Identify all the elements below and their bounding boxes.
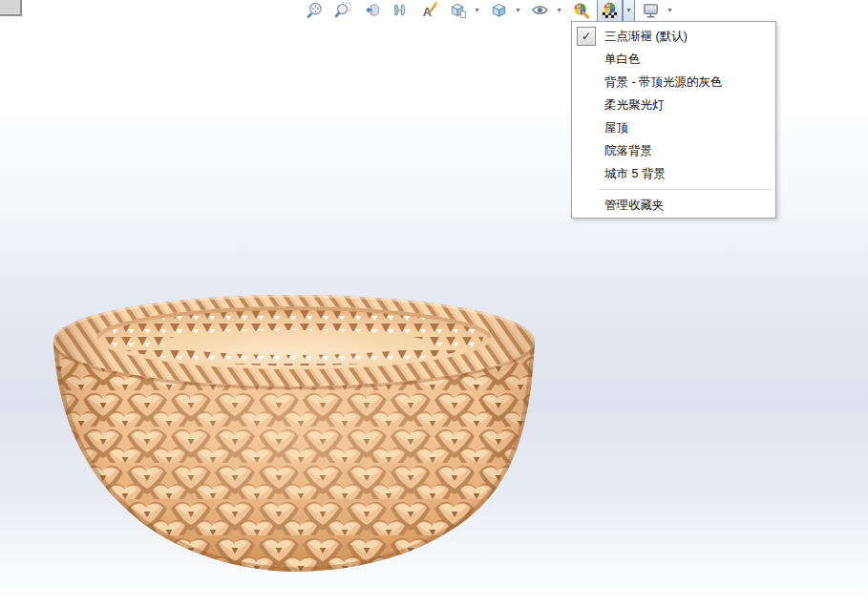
previous-view-button[interactable] xyxy=(359,0,385,22)
scene-menu-item-label: 柔光聚光灯 xyxy=(604,97,665,114)
apply-scene-button[interactable] xyxy=(597,0,623,22)
scene-menu-item[interactable]: 院落背景 xyxy=(572,139,775,162)
woven-basket-model[interactable] xyxy=(38,282,554,582)
monitor-icon xyxy=(642,1,660,19)
scene-menu-item[interactable]: 单白色 xyxy=(572,48,775,71)
menu-gutter xyxy=(577,118,596,137)
edit-appearance-button[interactable] xyxy=(568,0,594,22)
menu-gutter xyxy=(577,164,596,183)
eye-icon xyxy=(531,1,549,19)
zoom-to-area-button[interactable] xyxy=(330,0,356,22)
scene-menu-item-label: 单白色 xyxy=(604,52,641,68)
zoom-to-fit-button[interactable] xyxy=(302,0,328,22)
display-style-button[interactable] xyxy=(486,0,512,22)
section-view-icon xyxy=(392,1,410,19)
scene-menu-item[interactable]: 背景 - 带顶光源的灰色 xyxy=(572,71,775,94)
apply-scene-dropdown-menu: ✓三点渐褪 (默认)单白色背景 - 带顶光源的灰色柔光聚光灯屋顶院落背景城市 5… xyxy=(571,21,776,219)
section-view-button[interactable] xyxy=(388,0,413,22)
appearance-sphere-icon xyxy=(572,1,590,19)
scene-menu-item[interactable]: 城市 5 背景 xyxy=(572,162,775,185)
scene-menu-item[interactable]: 屋顶 xyxy=(572,116,775,139)
scene-menu-item-label: 城市 5 背景 xyxy=(604,166,666,182)
scene-menu-item-label: 院落背景 xyxy=(604,143,652,159)
previous-view-icon xyxy=(363,1,381,19)
zoom-to-fit-icon xyxy=(306,1,324,19)
zoom-to-area-icon xyxy=(334,1,352,19)
shaded-cube-icon xyxy=(490,1,508,19)
scene-menu-item-label: 屋顶 xyxy=(604,120,628,136)
view-settings-dropdown-arrow[interactable]: ▾ xyxy=(664,0,676,22)
view-orientation-button[interactable] xyxy=(445,0,471,22)
scene-menu-item-label: 管理收藏夹 xyxy=(604,198,665,214)
scene-menu-item[interactable]: 柔光聚光灯 xyxy=(572,94,775,116)
scene-menu-item-label: 三点渐褪 (默认) xyxy=(604,29,688,45)
menu-gutter xyxy=(577,196,596,215)
menu-gutter xyxy=(577,95,596,115)
scene-menu-item[interactable]: ✓三点渐褪 (默认) xyxy=(572,25,775,48)
view-cube-icon xyxy=(449,1,467,19)
hide-show-items-dropdown-arrow[interactable]: ▾ xyxy=(553,0,565,22)
scene-menu-item-label: 背景 - 带顶光源的灰色 xyxy=(604,74,723,91)
view-orientation-dropdown-arrow[interactable]: ▾ xyxy=(471,0,483,22)
menu-gutter xyxy=(577,50,596,69)
annotation-pencil-icon xyxy=(420,1,438,19)
scene-menu-item[interactable]: 管理收藏夹 xyxy=(572,194,775,217)
hide-show-items-button[interactable] xyxy=(527,0,553,22)
dynamic-annotation-views-button[interactable] xyxy=(416,0,442,22)
menu-gutter xyxy=(577,73,596,92)
view-settings-button[interactable] xyxy=(638,0,664,22)
menu-separator xyxy=(601,189,772,190)
checkmark-box: ✓ xyxy=(577,27,596,46)
heads-up-view-toolbar: ▾▾▾▾▾ xyxy=(302,0,679,21)
menu-gutter xyxy=(577,141,596,160)
scene-sphere-icon xyxy=(601,1,619,19)
display-style-dropdown-arrow[interactable]: ▾ xyxy=(512,0,524,22)
apply-scene-dropdown-arrow[interactable]: ▾ xyxy=(623,0,635,22)
cad-viewport-window: A xyxy=(0,0,868,606)
